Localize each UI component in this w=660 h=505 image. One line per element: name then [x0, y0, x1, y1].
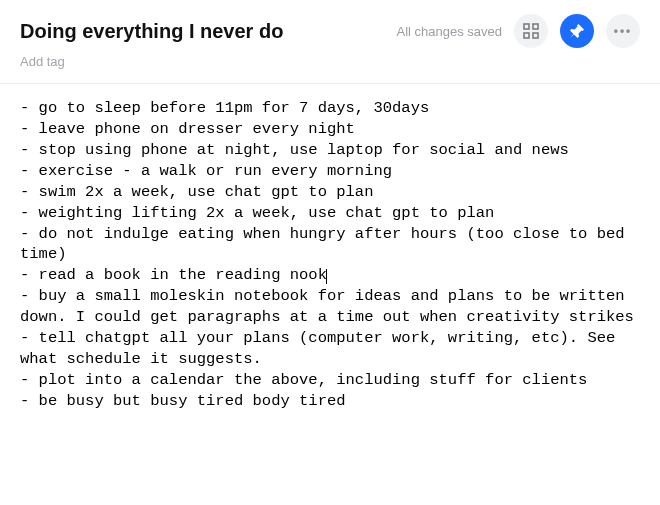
svg-rect-1	[533, 24, 538, 29]
save-status: All changes saved	[396, 24, 502, 39]
text-caret	[326, 269, 327, 285]
more-button[interactable]: •••	[606, 14, 640, 48]
svg-rect-0	[524, 24, 529, 29]
grid-icon	[523, 23, 539, 39]
more-icon: •••	[614, 24, 633, 38]
note-body[interactable]: - go to sleep before 11pm for 7 days, 30…	[0, 84, 660, 432]
add-tag-input[interactable]: Add tag	[20, 54, 640, 69]
pin-button[interactable]	[560, 14, 594, 48]
note-title[interactable]: Doing everything I never do	[20, 20, 384, 43]
layout-grid-button[interactable]	[514, 14, 548, 48]
pin-icon	[569, 23, 585, 39]
svg-rect-3	[533, 33, 538, 38]
svg-rect-2	[524, 33, 529, 38]
header: Doing everything I never do All changes …	[20, 14, 640, 48]
